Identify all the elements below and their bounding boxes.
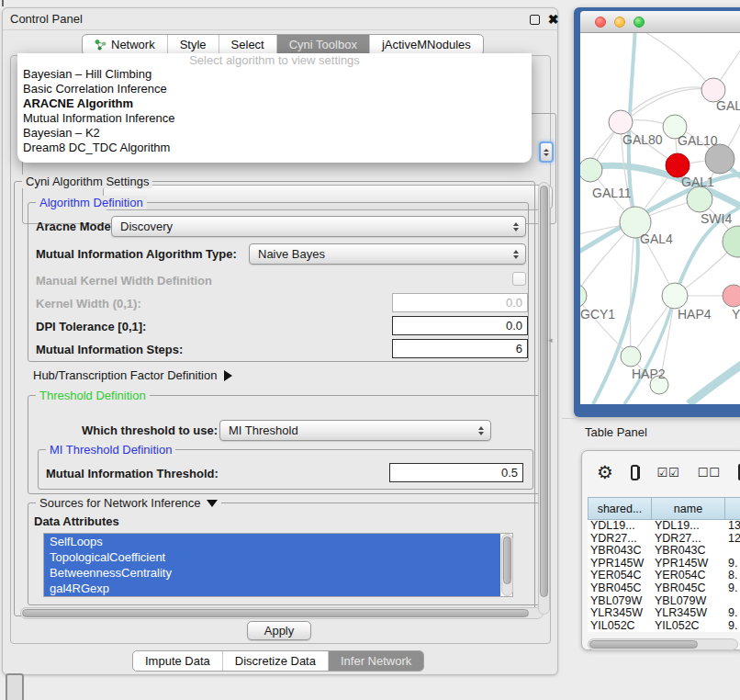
mi-steps-field[interactable]: 6 — [392, 339, 528, 358]
table-cell: YPR145W — [652, 558, 725, 570]
dropdown-item-aracne-algorithm[interactable]: ARACNE Algorithm — [17, 96, 532, 111]
threshold-definition-group: Threshold Definition Which threshold to … — [28, 395, 542, 494]
tab-cyni-toolbox[interactable]: Cyni Toolbox — [276, 35, 369, 54]
node-label-gal80: GAL80 — [622, 132, 663, 147]
tab-select[interactable]: Select — [219, 35, 276, 54]
settings-vertical-scrollbar[interactable] — [538, 182, 550, 615]
mi-algorithm-type-select[interactable]: Naive Bayes — [249, 243, 526, 265]
threshold-definition-title: Threshold Definition — [36, 389, 150, 402]
mi-threshold-field[interactable]: 0.5 — [389, 463, 523, 482]
deselect-all-icon[interactable]: ☐☐ — [698, 466, 721, 480]
table-row[interactable]: YLR345WYLR345W9. — [588, 607, 740, 620]
minimize-window-icon[interactable] — [614, 17, 625, 28]
network-edge[interactable] — [633, 33, 713, 90]
data-attributes-label: Data Attributes — [34, 514, 119, 528]
control-panel-titlebar: Control Panel ✖ — [3, 8, 557, 30]
table-cell: YBR045C — [652, 582, 725, 595]
dropdown-item-basic-correlation-inference[interactable]: Basic Correlation Inference — [17, 82, 532, 96]
table-cell: YLR345W — [652, 607, 725, 620]
tab-jactivemnodules[interactable]: jActiveMNodules — [369, 35, 483, 54]
network-window-titlebar[interactable] — [580, 11, 740, 33]
tab-impute-data[interactable]: Impute Data — [133, 651, 222, 671]
node-label-gal8: GAL8 — [716, 98, 740, 113]
attribute-item-selfloops[interactable]: SelfLoops — [44, 534, 500, 549]
close-panel-button[interactable]: ✖ — [546, 13, 560, 27]
table-cell: YBR043C — [588, 545, 652, 558]
dropdown-item-dream8-dc-tdc-algorithm[interactable]: Dream8 DC_TDC Algorithm — [17, 141, 532, 155]
column-header-name[interactable]: name — [652, 497, 725, 520]
network-node[interactable] — [723, 285, 740, 307]
network-node[interactable] — [662, 283, 688, 309]
tab-infer-network[interactable]: Infer Network — [328, 651, 423, 671]
node-label-swi4: SWI4 — [701, 211, 732, 226]
control-panel: Control Panel ✖ NetworkStyleSelectCyni T… — [2, 7, 558, 675]
tab-discretize-data[interactable]: Discretize Data — [222, 651, 328, 671]
network-canvas[interactable]: GAL8GAL80GAL10GAL1GAL11SWI4GAL4GCY1HAP4Y… — [580, 33, 740, 404]
network-graph: GAL8GAL80GAL10GAL1GAL11SWI4GAL4GCY1HAP4Y… — [580, 33, 740, 404]
dropdown-item-bayesian-k2[interactable]: Bayesian – K2 — [17, 126, 532, 141]
node-table: shared...name YDL19...YDL19...13YDR27...… — [588, 497, 740, 632]
manual-kernel-checkbox[interactable] — [512, 272, 526, 286]
table-toolbar: ⚙ ☑☑ ☐☐ — [582, 451, 740, 493]
column-header-shared[interactable]: shared... — [588, 497, 652, 520]
attributes-list-scrollbar[interactable] — [501, 534, 513, 596]
aracne-mode-label: Aracne Mode: — [36, 220, 115, 233]
sources-title[interactable]: Sources for Network Inference — [36, 496, 221, 510]
table-row[interactable]: YER054CYER054C8. — [588, 570, 740, 582]
network-node[interactable] — [687, 186, 712, 212]
focused-combo-spinner-fragment[interactable] — [539, 141, 554, 163]
table-cell: 12 — [725, 533, 740, 546]
cyni-algorithm-settings-group: Cyni Algorithm Settings Algorithm Defini… — [14, 181, 535, 616]
table-cell: YBR045C — [588, 582, 652, 595]
select-all-icon[interactable]: ☑☑ — [656, 466, 679, 480]
table-row[interactable]: YBR045CYBR045C9. — [588, 582, 740, 595]
dropdown-item-mutual-information-inference[interactable]: Mutual Information Inference — [17, 111, 532, 126]
data-attributes-list[interactable]: SelfLoopsTopologicalCoefficientBetweenne… — [43, 533, 513, 597]
attribute-item-gal4rgexp[interactable]: gal4RGexp — [44, 581, 500, 596]
network-edge[interactable] — [621, 87, 713, 122]
tab-style[interactable]: Style — [167, 35, 219, 54]
combo-arrows-icon — [513, 222, 519, 231]
network-node[interactable] — [621, 346, 641, 367]
column-header-col2[interactable] — [725, 497, 740, 520]
settings-horizontal-scrollbar[interactable] — [20, 607, 544, 619]
kernel-width-field[interactable]: 0.0 — [392, 293, 528, 312]
table-row[interactable]: YPR145WYPR145W9. — [588, 558, 740, 570]
algorithm-dropdown-placeholder: Select algorithm to view settings — [17, 53, 532, 67]
combo-arrows-icon — [478, 426, 484, 435]
control-panel-title: Control Panel — [10, 12, 83, 26]
apply-button[interactable]: Apply — [247, 621, 311, 640]
network-edge[interactable] — [689, 362, 740, 404]
splitter-grip[interactable]: ◂ — [548, 335, 553, 344]
hub-definition-section[interactable]: Hub/Transcription Factor Definition — [33, 368, 232, 382]
gear-icon[interactable]: ⚙ — [597, 463, 613, 481]
table-row[interactable]: YDL19...YDL19...13 — [588, 520, 740, 533]
which-threshold-select[interactable]: MI Threshold — [219, 420, 491, 441]
tab-network[interactable]: Network — [83, 35, 167, 54]
network-edge[interactable] — [580, 296, 631, 356]
table-horizontal-scrollbar[interactable] — [588, 638, 738, 650]
table-cell: YBL079W — [588, 595, 652, 608]
close-window-icon[interactable] — [595, 17, 606, 28]
network-node[interactable] — [580, 158, 602, 182]
attribute-item-topologicalcoefficient[interactable]: TopologicalCoefficient — [44, 549, 500, 565]
table-cell: 9. — [725, 620, 740, 633]
table-row[interactable]: YBR043CYBR043C — [588, 545, 740, 558]
table-cell — [725, 595, 740, 608]
network-node[interactable] — [609, 110, 633, 134]
split-columns-icon[interactable] — [631, 465, 639, 480]
dpi-tolerance-field[interactable]: 0.0 — [392, 316, 528, 335]
table-row[interactable]: YIL052CYIL052C9. — [588, 620, 740, 633]
node-label-y: Y — [732, 307, 740, 322]
attribute-item-betweennesscentrality[interactable]: BetweennessCentrality — [44, 565, 500, 581]
network-node[interactable] — [580, 284, 587, 308]
dropdown-item-bayesian-hill-climbing[interactable]: Bayesian – Hill Climbing — [17, 67, 532, 82]
table-row[interactable]: YBL079WYBL079W — [588, 595, 740, 608]
zoom-window-icon[interactable] — [633, 17, 645, 28]
float-panel-button[interactable] — [528, 13, 542, 27]
aracne-mode-select[interactable]: Discovery — [111, 216, 526, 237]
table-cell: 9. — [725, 607, 740, 620]
table-row[interactable]: YDR27...YDR27...12 — [588, 533, 740, 546]
network-node[interactable] — [705, 144, 734, 174]
network-node[interactable] — [723, 226, 740, 257]
